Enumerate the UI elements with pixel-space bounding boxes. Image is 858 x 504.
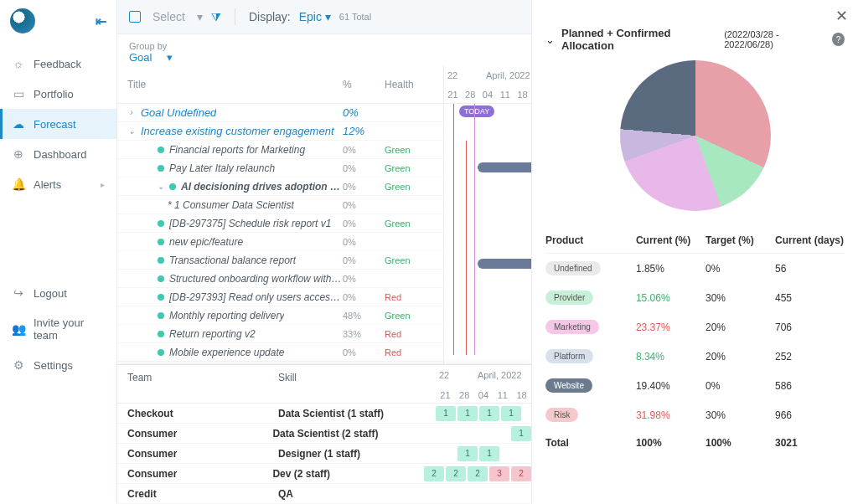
select-checkbox-icon (129, 11, 141, 23)
row-pct: 0% (343, 219, 385, 229)
grid-area: Title % Health ›Goal Undefined0%⌄Increas… (117, 65, 531, 504)
group-row[interactable]: ⌄Increase existing customer engagement12… (117, 122, 443, 141)
table-row[interactable]: Pay Later Italy relaunch0%Green (117, 159, 443, 177)
capacity-cell[interactable]: 2 (468, 466, 488, 481)
allocation-row: Provider15.06%30%455 (545, 283, 845, 312)
col-product[interactable]: Product (545, 234, 636, 246)
deadline-line (466, 141, 467, 355)
table-row[interactable]: [DB-297393] Read only users access v30%R… (117, 288, 443, 306)
select-dropdown[interactable]: Select ▾ (129, 10, 203, 23)
capacity-cell[interactable]: 1 (457, 446, 478, 461)
capacity-cell[interactable]: 1 (479, 406, 499, 421)
sidebar-item-feedback[interactable]: ☼Feedback (0, 49, 116, 79)
chevron-down-icon[interactable]: ⌄ (545, 33, 555, 46)
display-value-dropdown[interactable]: Epic ▾ (299, 10, 331, 23)
filter-icon[interactable]: ⧩ (211, 10, 221, 24)
product-pill[interactable]: Provider (545, 291, 593, 305)
team-cells: 1111 (436, 406, 531, 421)
row-title: AI decisioning drives adoption in larger… (181, 181, 343, 193)
col-team[interactable]: Team (117, 365, 268, 390)
col-target[interactable]: Target (%) (706, 234, 775, 246)
table-row[interactable]: Transactional balance report0%Green (117, 251, 443, 270)
status-dot-icon (158, 349, 164, 356)
col-percent[interactable]: % (343, 79, 385, 90)
product-pill[interactable]: Undefined (545, 261, 601, 275)
team-row[interactable]: ConsumerData Scientist (2 staff)1 (117, 424, 531, 444)
capacity-cell[interactable]: 2 (446, 466, 466, 481)
table-row[interactable]: Financial reports for Marketing0%Green (117, 141, 443, 159)
product-pill[interactable]: Website (545, 378, 592, 393)
sidebar-item-alerts[interactable]: 🔔Alerts▸ (0, 169, 116, 199)
toolbar: Select ▾ ⧩ Display: Epic ▾ 61 Total (117, 0, 531, 34)
capacity-cell[interactable]: 2 (511, 466, 531, 481)
sidebar-item-label: Feedback (34, 58, 81, 70)
status-dot-icon (158, 275, 164, 282)
col-days[interactable]: Current (days) (775, 234, 845, 246)
team-name: Consumer (117, 465, 262, 483)
capacity-cell[interactable] (424, 426, 444, 441)
product-pill[interactable]: Platform (545, 349, 593, 363)
pie (620, 60, 771, 211)
sidebar-item-dashboard[interactable]: ⊕Dashboard (0, 139, 116, 169)
product-pill[interactable]: Marketing (545, 320, 599, 334)
status-dot-icon (158, 312, 164, 319)
table-row[interactable]: Structured onboarding workflow with real… (117, 270, 443, 288)
capacity-cell[interactable]: 3 (489, 466, 509, 481)
col-title[interactable]: Title (117, 79, 343, 90)
sidebar-item-settings[interactable]: ⚙Settings (0, 350, 116, 380)
capacity-cell[interactable]: 1 (511, 426, 531, 441)
close-icon[interactable]: ✕ (835, 7, 848, 25)
capacity-cell[interactable]: 1 (436, 406, 456, 421)
team-row[interactable]: CreditQA (117, 484, 531, 504)
expand-icon[interactable]: › (127, 108, 136, 117)
capacity-cell[interactable]: 1 (457, 406, 478, 421)
gantt-bar[interactable] (478, 259, 531, 269)
sidebar-item-label: Settings (34, 359, 73, 372)
row-health: Red (385, 329, 443, 339)
team-row[interactable]: ConsumerDesigner (1 staff)11 (117, 444, 531, 464)
skill-name: Data Scientist (1 staff) (268, 404, 436, 423)
capacity-cell[interactable] (436, 446, 456, 461)
collapse-sidebar-icon[interactable]: ⇤ (96, 13, 106, 29)
sidebar-item-logout[interactable]: ↪Logout (0, 278, 116, 308)
team-row[interactable]: ConsumerDev (2 staff)22232 (117, 464, 531, 484)
gantt-bar[interactable] (478, 162, 531, 172)
status-dot-icon (158, 165, 164, 172)
capacity-cell[interactable] (468, 426, 488, 441)
current-days: 455 (775, 292, 845, 304)
group-by-dropdown[interactable]: Goal▾ (129, 51, 519, 64)
help-icon[interactable]: ? (832, 33, 845, 46)
sidebar-item-invite-your-team[interactable]: 👥Invite your team (0, 308, 116, 350)
table-row[interactable]: Mobile experience update0%Red (117, 343, 443, 362)
capacity-cell[interactable]: 2 (424, 466, 444, 481)
team-row[interactable]: CheckoutData Scientist (1 staff)1111 (117, 404, 531, 424)
col-health[interactable]: Health (385, 79, 443, 90)
table-row[interactable]: Monthly reporting delivery48%Green (117, 306, 443, 325)
table-row[interactable]: * 1 Consumer Data Scientist0% (117, 196, 443, 214)
table-row[interactable]: new epic/feature0% (117, 233, 443, 251)
total-count: 61 Total (339, 12, 371, 22)
col-skill[interactable]: Skill (268, 365, 436, 390)
capacity-cell[interactable]: 1 (501, 406, 521, 421)
allocation-row: Website19.40%0%586 (545, 371, 845, 400)
sidebar-item-portfolio[interactable]: ▭Portfolio (0, 79, 116, 109)
row-title: Return reporting v2 (169, 328, 256, 340)
product-pill[interactable]: Risk (545, 408, 578, 422)
pie-chart (545, 60, 845, 211)
expand-icon[interactable]: ⌄ (158, 182, 164, 191)
today-line (474, 104, 475, 355)
team-cells: 22232 (424, 466, 531, 481)
table-row[interactable]: Return reporting v233%Red (117, 325, 443, 343)
sidebar-item-forecast[interactable]: ☁Forecast (0, 109, 116, 139)
col-current[interactable]: Current (%) (636, 234, 706, 246)
capacity-cell[interactable]: 1 (479, 446, 499, 461)
capacity-cell[interactable] (446, 426, 466, 441)
status-dot-icon (158, 147, 164, 153)
table-row[interactable]: ⌄AI decisioning drives adoption in large… (117, 177, 443, 196)
timeline-day: 18 (514, 90, 531, 100)
capacity-cell[interactable] (489, 426, 509, 441)
group-row[interactable]: ›Goal Undefined0% (117, 104, 443, 122)
briefcase-icon: ▭ (12, 87, 25, 100)
table-row[interactable]: [DB-297375] Schedule risk report v10%Gre… (117, 214, 443, 233)
expand-icon[interactable]: ⌄ (127, 126, 136, 136)
